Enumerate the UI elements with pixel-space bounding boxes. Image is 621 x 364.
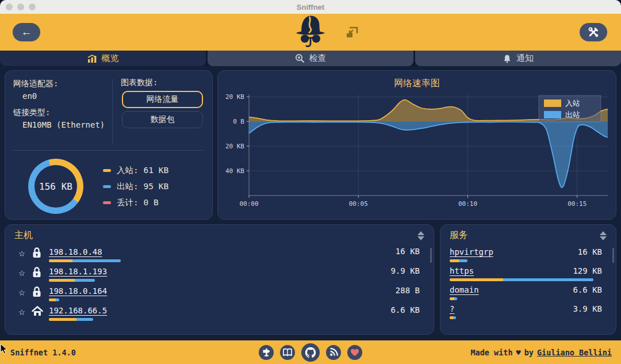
signpost-button[interactable] xyxy=(259,345,274,360)
host-traffic-bar xyxy=(49,298,59,301)
settings-button[interactable] xyxy=(580,23,607,41)
macos-titlebar: Sniffnet xyxy=(0,0,621,14)
services-panel: 服务 hpvirtgrp 16 KB https xyxy=(440,224,616,335)
svg-text:00:15: 00:15 xyxy=(568,200,586,208)
credits: Made with ♥ by Giuliano Bellini xyxy=(470,348,612,357)
incoming-swatch xyxy=(103,169,111,172)
dropped-text: 丢计: 0 B xyxy=(117,197,159,208)
host-traffic-bar xyxy=(49,259,121,262)
favorite-star-icon[interactable]: ☆ xyxy=(12,266,32,278)
outgoing-text: 出站: 95 KB xyxy=(117,181,168,192)
svg-text:40 KB: 40 KB xyxy=(225,167,244,175)
source-traffic-button[interactable]: 网络流量 xyxy=(122,91,203,108)
back-button[interactable]: ← xyxy=(13,23,40,41)
wrench-screwdriver-icon xyxy=(588,26,599,38)
services-sort-button[interactable] xyxy=(599,230,608,242)
host-bytes: 16 KB xyxy=(391,246,425,256)
sort-down-icon xyxy=(600,236,607,240)
host-bytes: 6.6 KB xyxy=(386,305,425,315)
host-bytes: 9.9 KB xyxy=(386,266,425,275)
host-traffic-bar xyxy=(49,279,95,282)
tab-notifications[interactable]: 通知 xyxy=(415,51,621,66)
svg-text:0 B: 0 B xyxy=(233,118,244,125)
services-title: 服务 xyxy=(450,229,468,242)
magnifier-plus-icon xyxy=(295,53,305,63)
bell-icon xyxy=(503,54,512,63)
overview-panel: 网络适配器: en0 链接类型: EN10MB (Ethernet) 图表数据:… xyxy=(5,70,213,220)
favorite-star-icon: ☆ xyxy=(12,324,32,327)
host-ip: 198.18.0.48 xyxy=(49,247,102,256)
host-bytes: 288 B xyxy=(391,285,425,295)
service-traffic-bar xyxy=(450,316,456,319)
content-area: 网络适配器: en0 链接类型: EN10MB (Ethernet) 图表数据:… xyxy=(0,66,621,335)
adapter-label: 网络适配器: xyxy=(13,79,108,89)
sort-up-icon xyxy=(600,231,607,235)
legend-outgoing: 出站: 95 KB xyxy=(103,181,168,192)
thumbnail-mode-button[interactable] xyxy=(345,26,359,40)
heart-icon xyxy=(350,348,359,357)
by-text: by xyxy=(524,348,534,357)
service-name: https xyxy=(450,266,474,277)
hosts-title: 主机 xyxy=(14,229,33,242)
traffic-donut-chart: 156 KB xyxy=(28,159,83,214)
svg-text:00:05: 00:05 xyxy=(349,200,368,208)
favorite-star-icon[interactable]: ☆ xyxy=(12,246,32,259)
adapter-value: en0 xyxy=(22,91,108,101)
service-row[interactable]: https 129 KB xyxy=(446,263,610,282)
sort-up-icon xyxy=(417,231,424,235)
manual-button[interactable] xyxy=(280,345,295,360)
sponsor-button[interactable] xyxy=(347,345,362,360)
rss-icon xyxy=(329,348,338,357)
outgoing-swatch xyxy=(103,185,111,188)
window-title: Sniffnet xyxy=(0,3,621,12)
service-name: hpvirtgrp xyxy=(450,247,493,258)
author-link[interactable]: Giuliano Bellini xyxy=(537,348,612,357)
tab-overview[interactable]: 概览 xyxy=(0,51,206,66)
news-feed-button[interactable] xyxy=(326,345,341,360)
service-row[interactable]: domain 6.6 KB xyxy=(446,282,610,301)
made-with-text: Made with xyxy=(470,348,512,357)
tab-inspect[interactable]: 检查 xyxy=(208,51,413,66)
host-row[interactable]: ☆ 198.18.0.164 288 B xyxy=(11,283,428,302)
service-name: ? xyxy=(450,304,454,315)
service-row[interactable]: ? 3.9 KB xyxy=(446,301,610,320)
sort-down-icon xyxy=(417,236,424,240)
lock-icon xyxy=(32,246,49,261)
favorite-star-icon[interactable]: ☆ xyxy=(12,305,32,317)
service-traffic-bar xyxy=(450,278,593,281)
service-row[interactable]: hpvirtgrp 16 KB xyxy=(446,244,610,263)
service-traffic-bar xyxy=(450,259,467,262)
hosts-sort-button[interactable] xyxy=(416,230,425,242)
app-header: ← xyxy=(0,14,621,51)
source-packets-button[interactable]: 数据包 xyxy=(122,111,203,128)
github-icon xyxy=(304,346,317,359)
favorite-star-icon[interactable]: ☆ xyxy=(12,285,32,298)
heart-glyph: ♥ xyxy=(516,348,521,357)
tab-inspect-label: 检查 xyxy=(309,53,327,64)
host-row[interactable]: ☆ 198.18.0.48 16 KB xyxy=(11,244,428,263)
services-scrollbar[interactable] xyxy=(612,248,614,263)
rate-chart-panel: 网络速率图 20 KB0 B20 KB40 KB00:0000:0500:100… xyxy=(217,70,616,220)
host-ip: 198.18.1.193 xyxy=(49,267,107,276)
svg-text:入站: 入站 xyxy=(565,99,580,108)
link-type-label: 链接类型: xyxy=(13,108,108,118)
hosts-scrollbar[interactable] xyxy=(430,248,432,263)
app-footer: Sniffnet 1.4.0 xyxy=(0,340,621,364)
host-ip: 198.18.0.164 xyxy=(49,286,107,296)
github-button[interactable] xyxy=(301,343,320,362)
tab-notifications-label: 通知 xyxy=(516,53,534,64)
lock-icon xyxy=(32,285,49,300)
tab-bar: 概览 检查 通知 xyxy=(0,51,621,66)
legend-incoming: 入站: 61 KB xyxy=(103,165,168,176)
host-row[interactable]: ☆ 198.18.1.193 9.9 KB xyxy=(11,263,428,283)
host-row-clipped: ☆ xyxy=(11,322,428,327)
network-rate-chart: 20 KB0 B20 KB40 KB00:0000:0500:1000:15入站… xyxy=(223,91,611,209)
lock-icon xyxy=(32,266,49,281)
chart-source-label: 图表数据: xyxy=(121,78,204,88)
service-bytes: 129 KB xyxy=(568,266,608,277)
logo-wrap xyxy=(0,14,621,50)
service-bytes: 3.9 KB xyxy=(568,304,608,315)
host-row[interactable]: ☆ 192.168.66.5 6.6 KB xyxy=(11,302,428,322)
service-bytes: 16 KB xyxy=(573,247,608,258)
incoming-text: 入站: 61 KB xyxy=(117,165,168,176)
